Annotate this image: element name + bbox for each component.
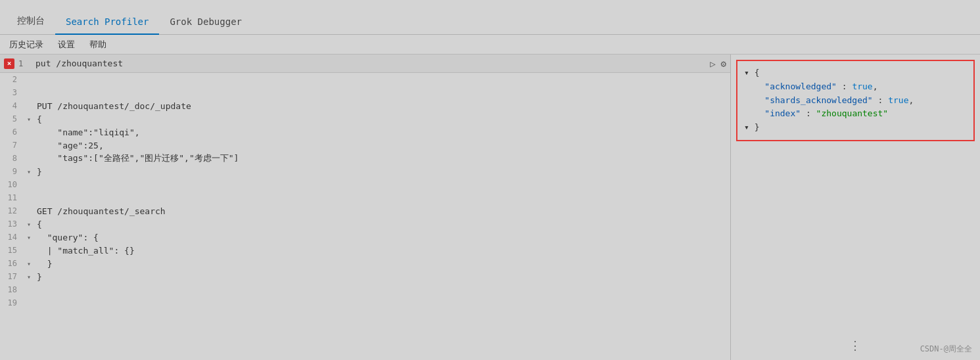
line-number: 5	[0, 112, 24, 125]
code-editor[interactable]: 234PUT /zhouquantest/_doc/_update5▾{6 "n…	[0, 73, 730, 360]
menu-history[interactable]: 历史记录	[7, 37, 46, 52]
code-content	[34, 73, 730, 86]
fold-indicator[interactable]	[24, 125, 34, 139]
fold-indicator[interactable]: ▾	[24, 217, 34, 231]
toolbar-icons: ▷ ⚙	[710, 58, 726, 69]
output-line: ▾ {	[744, 66, 967, 80]
divider-dots: ⋮	[849, 338, 862, 352]
code-line: 19	[0, 296, 730, 309]
fold-indicator[interactable]: ▾	[24, 257, 34, 270]
fold-indicator[interactable]: ▾	[24, 112, 34, 125]
output-line: ▾ }	[744, 121, 967, 135]
code-line: 15 | "match_all": {}	[0, 244, 730, 257]
error-badge: ×	[4, 58, 14, 69]
code-line: 11	[0, 191, 730, 204]
toolbar-left: × 1 put /zhouquantest	[4, 58, 123, 69]
fold-indicator[interactable]	[24, 244, 34, 257]
line-number: 7	[0, 139, 24, 152]
menu-bar: 历史记录 设置 帮助	[0, 35, 980, 55]
settings-icon[interactable]: ⚙	[721, 58, 726, 69]
code-content: "query": {	[34, 231, 730, 244]
menu-settings[interactable]: 设置	[55, 37, 78, 52]
line-number: 2	[0, 73, 24, 86]
code-content: "age":25,	[34, 139, 730, 152]
code-content: "tags":["全路径","图片迁移","考虑一下"]	[34, 152, 730, 165]
editor-pane: × 1 put /zhouquantest ▷ ⚙ 234PUT /zhouqu…	[0, 55, 730, 360]
code-line: 9▾}	[0, 165, 730, 178]
code-line: 13▾{	[0, 217, 730, 231]
top-navigation: 控制台 Search Profiler Grok Debugger	[0, 0, 980, 35]
output-box: ▾ { "acknowledged" : true, "shards_ackno…	[736, 60, 975, 141]
code-content: | "match_all": {}	[34, 244, 730, 257]
code-content: GET /zhouquantest/_search	[34, 204, 730, 217]
fold-indicator[interactable]	[24, 191, 34, 204]
line-number: 15	[0, 244, 24, 257]
line-number: 6	[0, 125, 24, 139]
code-line: 8 "tags":["全路径","图片迁移","考虑一下"]	[0, 152, 730, 165]
code-line: 3	[0, 86, 730, 99]
tab-console[interactable]: 控制台	[7, 9, 55, 35]
code-content: {	[34, 112, 730, 125]
code-content: {	[34, 217, 730, 231]
code-content	[34, 191, 730, 204]
fold-indicator[interactable]	[24, 99, 34, 112]
fold-indicator[interactable]	[24, 296, 34, 309]
output-line: "index" : "zhouquantest"	[744, 107, 967, 121]
code-lines: 234PUT /zhouquantest/_doc/_update5▾{6 "n…	[0, 73, 730, 309]
code-line: 14▾ "query": {	[0, 231, 730, 244]
fold-indicator[interactable]	[24, 283, 34, 296]
line-number: 11	[0, 191, 24, 204]
code-line: 16▾ }	[0, 257, 730, 270]
code-content: "name":"liqiqi",	[34, 125, 730, 139]
line-number: 16	[0, 257, 24, 270]
fold-indicator[interactable]	[24, 178, 34, 191]
output-line: "acknowledged" : true,	[744, 80, 967, 94]
code-line: 2	[0, 73, 730, 86]
line-number: 19	[0, 296, 24, 309]
code-line: 12GET /zhouquantest/_search	[0, 204, 730, 217]
code-content: }	[34, 270, 730, 283]
line-number: 14	[0, 231, 24, 244]
line-number: 10	[0, 178, 24, 191]
code-content	[34, 178, 730, 191]
code-content: PUT /zhouquantest/_doc/_update	[34, 99, 730, 112]
editor-toolbar: × 1 put /zhouquantest ▷ ⚙	[0, 55, 730, 73]
output-line: "shards_acknowledged" : true,	[744, 94, 967, 108]
line-number: 3	[0, 86, 24, 99]
menu-help[interactable]: 帮助	[87, 37, 109, 52]
line-number: 17	[0, 270, 24, 283]
run-icon[interactable]: ▷	[710, 58, 715, 69]
main-area: × 1 put /zhouquantest ▷ ⚙ 234PUT /zhouqu…	[0, 55, 980, 360]
line-number: 9	[0, 165, 24, 178]
fold-indicator[interactable]	[24, 139, 34, 152]
code-content	[34, 296, 730, 309]
output-pane: ▾ { "acknowledged" : true, "shards_ackno…	[730, 55, 980, 360]
code-line: 4PUT /zhouquantest/_doc/_update	[0, 99, 730, 112]
line-number: 4	[0, 99, 24, 112]
code-content: }	[34, 257, 730, 270]
code-content: }	[34, 165, 730, 178]
first-line-number: 1	[18, 59, 32, 68]
tab-grok-debugger[interactable]: Grok Debugger	[159, 10, 252, 35]
fold-indicator[interactable]: ▾	[24, 231, 34, 244]
fold-indicator[interactable]	[24, 152, 34, 165]
first-line-code[interactable]: put /zhouquantest	[35, 58, 123, 68]
code-line: 18	[0, 283, 730, 296]
fold-indicator[interactable]: ▾	[24, 165, 34, 178]
fold-indicator[interactable]	[24, 204, 34, 217]
code-line: 17▾}	[0, 270, 730, 283]
line-number: 18	[0, 283, 24, 296]
line-number: 8	[0, 152, 24, 165]
fold-indicator[interactable]: ▾	[24, 270, 34, 283]
line-number: 12	[0, 204, 24, 217]
code-line: 7 "age":25,	[0, 139, 730, 152]
code-line: 5▾{	[0, 112, 730, 125]
fold-indicator[interactable]	[24, 73, 34, 86]
code-line: 6 "name":"liqiqi",	[0, 125, 730, 139]
tab-search-profiler[interactable]: Search Profiler	[55, 10, 159, 35]
fold-indicator[interactable]	[24, 86, 34, 99]
watermark: CSDN-@周全全	[920, 344, 972, 355]
line-number: 13	[0, 217, 24, 231]
code-line: 10	[0, 178, 730, 191]
code-content	[34, 86, 730, 99]
